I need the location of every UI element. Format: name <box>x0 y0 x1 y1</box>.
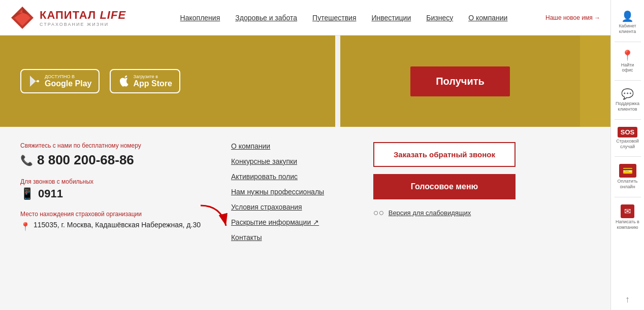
right-sidebar: 👤 Кабинет клиента 📍 Найтиофис 💬 Поддержк… <box>610 0 644 310</box>
google-play-text: ДОСТУПНО В Google Play <box>45 74 91 88</box>
sidebar-item-cabinet[interactable]: 👤 Кабинет клиента <box>611 5 644 40</box>
banner-right: Получить <box>340 36 580 127</box>
sidebar-item-pay[interactable]: 💳 Оплатитьонлайн <box>611 159 644 195</box>
nav-zdorovye[interactable]: Здоровье и забота <box>235 14 297 22</box>
footer-area: Свяжитесь с нами по бесплатному номеру 📞… <box>0 127 610 279</box>
nav-puteshestviya[interactable]: Путешествия <box>312 14 356 22</box>
logo-text: КАПИТАЛ LIFE СТРАХОВАНИЕ ЖИЗНИ <box>40 9 126 27</box>
banner-separator <box>335 36 340 127</box>
address-pin-icon: 📍 <box>20 221 30 233</box>
link-zakupki[interactable]: Конкурсные закупки <box>231 157 343 165</box>
link-conditions[interactable]: Условия страхования <box>231 203 343 211</box>
nav-o-kompanii[interactable]: О компании <box>468 14 507 22</box>
get-button[interactable]: Получить <box>410 66 510 96</box>
link-jobs[interactable]: Нам нужны профессионалы <box>231 188 343 196</box>
google-play-button[interactable]: ДОСТУПНО В Google Play <box>20 69 100 93</box>
logo-area[interactable]: КАПИТАЛ LIFE СТРАХОВАНИЕ ЖИЗНИ <box>10 6 142 30</box>
accessibility-row: ○○ Версия для слабовидящих <box>373 208 516 218</box>
link-contacts[interactable]: Контакты <box>231 233 343 242</box>
logo-diamond-icon <box>10 6 35 30</box>
address-text: 📍 115035, г. Москва, Кадашёвская Набереж… <box>20 220 201 233</box>
sidebar-divider-4 <box>615 156 641 157</box>
link-polis[interactable]: Активировать полис <box>231 173 343 181</box>
nav-biznesu[interactable]: Бизнесу <box>426 14 453 22</box>
contact-section: Свяжитесь с нами по бесплатному номеру 📞… <box>20 142 201 264</box>
sidebar-item-write[interactable]: ✉ Написать вкомпанию <box>611 199 644 235</box>
sidebar-divider-2 <box>615 80 641 81</box>
pin-icon: 📍 <box>621 49 634 61</box>
google-play-icon <box>28 75 41 87</box>
banner-area: ДОСТУПНО В Google Play Загрузите в App S… <box>0 36 610 127</box>
nav-investicii[interactable]: Инвестиции <box>371 14 411 22</box>
accessibility-link[interactable]: Версия для слабовидящих <box>389 209 471 217</box>
free-number-label: Свяжитесь с нами по бесплатному номеру <box>20 142 201 149</box>
banner-left: ДОСТУПНО В Google Play Загрузите в App S… <box>0 36 335 127</box>
chat-icon: 💬 <box>621 88 634 100</box>
sidebar-item-office[interactable]: 📍 Найтиофис <box>611 44 644 79</box>
sidebar-label-write: Написать вкомпанию <box>616 219 639 230</box>
apple-icon <box>118 75 129 87</box>
voice-button[interactable]: Голосовое меню <box>373 174 516 199</box>
header: КАПИТАЛ LIFE СТРАХОВАНИЕ ЖИЗНИ Накоплени… <box>0 0 610 36</box>
person-icon: 👤 <box>621 10 634 22</box>
banner-right-extra <box>580 36 610 127</box>
sidebar-label-pay: Оплатитьонлайн <box>618 179 638 190</box>
accessibility-icon: ○○ <box>373 208 384 218</box>
link-about[interactable]: О компании <box>231 142 343 150</box>
phone-number: 📞 8 800 200-68-86 <box>20 152 201 168</box>
app-store-button[interactable]: Загрузите в App Store <box>110 69 180 93</box>
sidebar-divider-1 <box>615 42 641 42</box>
link-disclosure[interactable]: Раскрытие информации ↗ <box>231 218 343 226</box>
logo-sub: СТРАХОВАНИЕ ЖИЗНИ <box>40 22 126 27</box>
mobile-label: Для звонков с мобильных <box>20 178 201 185</box>
mobile-number: 📱 0911 <box>20 187 201 200</box>
sidebar-divider-5 <box>615 197 641 197</box>
phone-icon: 📞 <box>20 154 33 166</box>
app-store-text: Загрузите в App Store <box>133 74 172 88</box>
arrow-annotation: Раскрытие информации ↗ <box>231 218 343 226</box>
red-arrow-icon <box>190 203 236 233</box>
cta-section: Заказать обратный звонок Голосовое меню … <box>373 142 516 264</box>
header-new-name[interactable]: Наше новое имя → <box>545 14 600 21</box>
sidebar-label-cabinet: Кабинет клиента <box>613 23 642 35</box>
logo-main: КАПИТАЛ LIFE <box>40 9 126 22</box>
scroll-top-button[interactable]: ↑ <box>625 294 630 305</box>
sidebar-label-sos: Страховойслучай <box>616 139 639 150</box>
address-label: Место нахождения страховой организации <box>20 211 201 218</box>
sidebar-item-sos[interactable]: SOS Страховойслучай <box>611 122 644 155</box>
nav-nakopleniya[interactable]: Накопления <box>180 14 220 22</box>
sos-icon: SOS <box>618 127 637 137</box>
sidebar-item-support[interactable]: 💬 Поддержкаклиентов <box>611 83 644 117</box>
main-content: КАПИТАЛ LIFE СТРАХОВАНИЕ ЖИЗНИ Накоплени… <box>0 0 610 279</box>
sidebar-label-support: Поддержкаклиентов <box>616 101 639 112</box>
card-icon: 💳 <box>619 164 636 178</box>
main-nav: Накопления Здоровье и забота Путешествия… <box>142 14 545 22</box>
callback-button[interactable]: Заказать обратный звонок <box>373 142 516 167</box>
mobile-icon: 📱 <box>20 187 34 200</box>
mail-icon: ✉ <box>621 204 634 218</box>
links-section: О компании Конкурсные закупки Активирова… <box>231 142 343 264</box>
sidebar-divider-3 <box>615 119 641 120</box>
sidebar-label-office: Найтиофис <box>621 62 634 74</box>
